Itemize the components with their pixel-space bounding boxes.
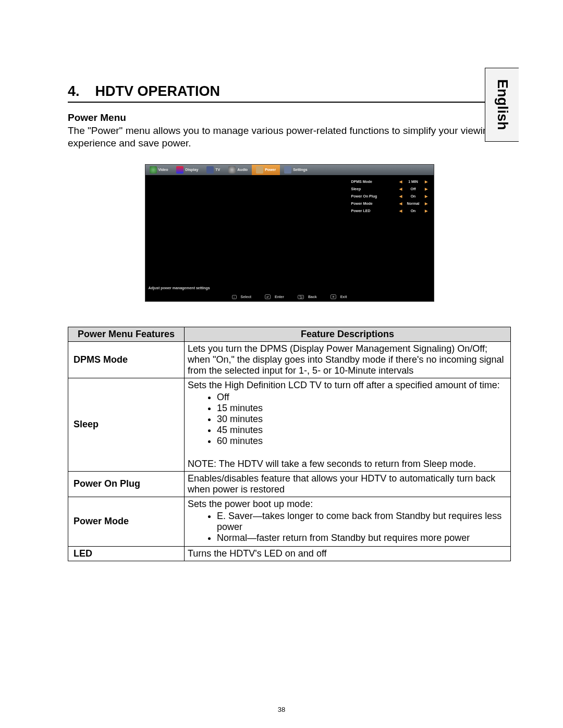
section-title: HDTV OPERATION bbox=[95, 83, 221, 100]
osd-tab-settings: Settings bbox=[280, 165, 312, 175]
chevron-left-icon: ◀ bbox=[397, 194, 404, 199]
feature-description: Sets the power boot up mode: E. Saver—ta… bbox=[185, 497, 511, 546]
chevron-left-icon: ◀ bbox=[397, 180, 404, 184]
feature-description: Enables/disables feature that allows you… bbox=[185, 471, 511, 497]
osd-tab-display: Display bbox=[172, 165, 202, 175]
audio-icon bbox=[228, 166, 236, 174]
key-icon: ⮌ bbox=[298, 295, 304, 299]
osd-option-value: On bbox=[404, 209, 423, 213]
chevron-right-icon: ▶ bbox=[423, 187, 430, 191]
table-row: Sleep Sets the High Definition LCD TV to… bbox=[68, 378, 511, 471]
language-tab-label: English bbox=[494, 79, 510, 130]
features-table: Power Menu Features Feature Descriptions… bbox=[68, 327, 511, 561]
key-icon: ↵ bbox=[265, 294, 271, 299]
chevron-right-icon: ▶ bbox=[423, 180, 430, 184]
key-icon: ↕ bbox=[232, 295, 237, 299]
feature-name: LED bbox=[68, 546, 185, 561]
table-header-row: Power Menu Features Feature Descriptions bbox=[68, 327, 511, 341]
feature-name: Sleep bbox=[68, 378, 185, 471]
table-row: LED Turns the HDTV's LED on and off bbox=[68, 546, 511, 561]
chevron-left-icon: ◀ bbox=[397, 209, 404, 213]
chevron-right-icon: ▶ bbox=[423, 194, 430, 199]
table-row: Power Mode Sets the power boot up mode: … bbox=[68, 497, 511, 546]
osd-option-label: Power Mode bbox=[351, 202, 397, 205]
key-icon: ⨯ bbox=[331, 294, 336, 299]
osd-option-value: Off bbox=[404, 187, 423, 191]
table-header-feature: Power Menu Features bbox=[68, 327, 185, 341]
osd-tab-video: Video bbox=[145, 165, 173, 175]
subsection-heading: Power Menu bbox=[68, 112, 511, 124]
osd-tab-audio: Audio bbox=[224, 165, 252, 175]
feature-description: Lets you turn the DPMS (Display Power Ma… bbox=[185, 341, 511, 378]
osd-footer-label: Exit bbox=[340, 295, 347, 299]
display-icon bbox=[176, 166, 183, 174]
table-row: DPMS Mode Lets you turn the DPMS (Displa… bbox=[68, 341, 511, 378]
osd-option-value: Normal bbox=[404, 202, 423, 205]
feature-description-lead: Sets the power boot up mode: bbox=[188, 499, 313, 509]
osd-tab-power: Power bbox=[252, 165, 280, 175]
list-item: 15 minutes bbox=[217, 403, 507, 414]
list-item: Off bbox=[217, 392, 507, 403]
osd-option-row: Power Mode◀Normal▶ bbox=[351, 200, 430, 207]
osd-option-row: Power On Plug◀On▶ bbox=[351, 193, 430, 200]
feature-options-list: E. Saver—takes longer to come back from … bbox=[188, 511, 507, 544]
osd-option-row: Power LED◀On▶ bbox=[351, 207, 430, 215]
power-icon bbox=[256, 166, 263, 174]
feature-note: NOTE: The HDTV will take a few seconds t… bbox=[188, 459, 476, 469]
list-item: E. Saver—takes longer to come back from … bbox=[217, 511, 507, 533]
feature-options-list: Off 15 minutes 30 minutes 45 minutes 60 … bbox=[188, 392, 507, 447]
osd-tab-label: TV bbox=[215, 168, 220, 171]
section-heading: 4. HDTV OPERATION bbox=[68, 83, 511, 103]
section-number: 4. bbox=[68, 83, 80, 100]
osd-option-label: Power LED bbox=[351, 209, 397, 213]
osd-screenshot: Video Display TV Audio Power Settings DP… bbox=[145, 164, 434, 302]
list-item: 60 minutes bbox=[217, 436, 507, 447]
video-icon bbox=[150, 166, 157, 174]
feature-name: Power Mode bbox=[68, 497, 185, 546]
feature-name: Power On Plug bbox=[68, 471, 185, 497]
feature-description: Turns the HDTV's LED on and off bbox=[185, 546, 511, 561]
osd-tab-label: Display bbox=[185, 168, 198, 171]
language-tab: English bbox=[485, 68, 519, 142]
osd-tab-label: Video bbox=[158, 168, 168, 171]
chevron-left-icon: ◀ bbox=[397, 187, 404, 191]
list-item: 30 minutes bbox=[217, 414, 507, 425]
osd-option-row: DPMS Mode◀1 MIN▶ bbox=[351, 178, 430, 186]
osd-screenshot-container: Video Display TV Audio Power Settings DP… bbox=[68, 164, 511, 302]
osd-option-value: 1 MIN bbox=[404, 180, 423, 183]
osd-footer-label: Enter bbox=[275, 295, 284, 299]
table-row: Power On Plug Enables/disables feature t… bbox=[68, 471, 511, 497]
osd-footer-label: Back bbox=[308, 295, 317, 299]
tv-icon bbox=[206, 166, 214, 174]
osd-hint-text: Adjust power management settings bbox=[149, 286, 210, 290]
osd-tab-label: Power bbox=[265, 168, 276, 171]
intro-paragraph: The "Power" menu allows you to manage va… bbox=[68, 125, 511, 150]
chevron-right-icon: ▶ bbox=[423, 202, 430, 206]
osd-option-label: Power On Plug bbox=[351, 194, 397, 198]
osd-tab-label: Settings bbox=[293, 168, 308, 171]
page-number: 38 bbox=[0, 706, 563, 713]
feature-name: DPMS Mode bbox=[68, 341, 185, 378]
osd-option-label: Sleep bbox=[351, 187, 397, 191]
list-item: 45 minutes bbox=[217, 425, 507, 436]
osd-menu-bar: Video Display TV Audio Power Settings bbox=[145, 165, 434, 175]
feature-description-lead: Sets the High Definition LCD TV to turn … bbox=[188, 380, 500, 390]
osd-option-row: Sleep◀Off▶ bbox=[351, 186, 430, 193]
chevron-right-icon: ▶ bbox=[423, 209, 430, 213]
settings-icon bbox=[284, 166, 291, 174]
osd-footer-label: Select bbox=[241, 295, 252, 299]
osd-option-value: On bbox=[404, 194, 423, 198]
osd-tab-label: Audio bbox=[237, 168, 248, 171]
osd-options-panel: DPMS Mode◀1 MIN▶ Sleep◀Off▶ Power On Plu… bbox=[351, 178, 430, 215]
osd-footer: ↕Select ↵Enter ⮌Back ⨯Exit bbox=[145, 294, 434, 299]
chevron-left-icon: ◀ bbox=[397, 202, 404, 206]
feature-description: Sets the High Definition LCD TV to turn … bbox=[185, 378, 511, 471]
osd-option-label: DPMS Mode bbox=[351, 180, 397, 183]
manual-page: English 4. HDTV OPERATION Power Menu The… bbox=[0, 0, 563, 728]
table-header-description: Feature Descriptions bbox=[185, 327, 511, 341]
list-item: Normal—faster return from Standby but re… bbox=[217, 533, 507, 544]
osd-tab-tv: TV bbox=[202, 165, 224, 175]
